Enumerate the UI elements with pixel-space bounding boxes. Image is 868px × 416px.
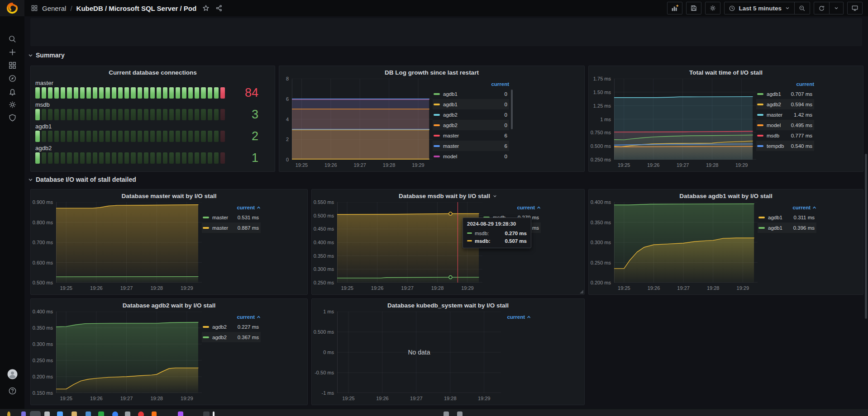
legend-series-value: 0.396 ms	[793, 225, 815, 231]
taskbar-app-icon[interactable]	[21, 411, 26, 416]
legend-item[interactable]: agdb20	[433, 109, 509, 120]
x-axis: 19:2519:2619:2719:2819:29	[614, 284, 758, 292]
legend-scrollbar[interactable]	[511, 90, 513, 129]
legend-item[interactable]: tempdb0.540 ms	[756, 141, 814, 151]
legend-series-value: 0	[505, 102, 507, 107]
gauge-segment	[61, 87, 65, 99]
dashboard-settings-button[interactable]	[705, 2, 720, 14]
taskbar-app-icon[interactable]	[125, 411, 130, 416]
legend-sort-header[interactable]: current	[501, 312, 531, 321]
taskbar-app-icon[interactable]	[112, 411, 118, 416]
legend-item[interactable]: agdb20	[433, 120, 509, 130]
legend-item[interactable]: agdb10.396 ms	[758, 222, 816, 233]
share-icon[interactable]	[215, 5, 223, 12]
panel-title[interactable]: Current database connections	[31, 66, 275, 79]
zoom-out-button[interactable]	[794, 2, 810, 14]
tooltip-rows: msdb:0.270 msmsdb:0.507 ms	[467, 229, 527, 245]
taskbar-app-icon[interactable]	[7, 411, 10, 416]
panel-resize-handle[interactable]	[580, 290, 583, 293]
configuration-gear-icon[interactable]	[0, 98, 24, 111]
add-panel-button[interactable]	[667, 2, 682, 14]
gauge-bar	[35, 87, 225, 99]
time-range-picker[interactable]: Last 5 minutes	[725, 2, 794, 14]
star-icon[interactable]	[202, 5, 210, 12]
create-plus-icon[interactable]	[0, 46, 24, 59]
legend-series-value: 0.777 ms	[791, 133, 812, 138]
taskbar-app-icon[interactable]	[213, 411, 215, 416]
panel-title[interactable]: Database msdb wait by I/O stall	[312, 189, 584, 202]
y-axis-label: 0.300 ms	[33, 341, 53, 347]
cycle-view-mode-button[interactable]	[847, 2, 863, 14]
top-navigation-bar: General / KubeDB / Microsoft SQL Server …	[0, 0, 868, 16]
section-database-io-wait[interactable]: Database I/O wait of stall detailed	[28, 176, 136, 183]
legend-item[interactable]: agdb10.311 ms	[758, 212, 816, 222]
legend-item[interactable]: agdb20.367 ms	[202, 332, 261, 342]
search-icon[interactable]	[0, 33, 24, 46]
panel-title[interactable]: DB Log growth since last restart	[279, 66, 584, 79]
dashboard-title[interactable]: KubeDB / Microsoft SQL Server / Pod	[76, 5, 197, 12]
grafana-logo[interactable]	[0, 0, 24, 16]
taskbar-app-icon[interactable]	[152, 411, 157, 416]
tooltip-series-name: msdb:	[475, 231, 489, 236]
x-axis-label: 19:28	[703, 162, 721, 168]
legend-sort-header[interactable]: current	[202, 203, 261, 212]
legend-item[interactable]: model0.495 ms	[756, 120, 814, 130]
gauge-segment	[93, 131, 97, 142]
panel-menu-caret-icon[interactable]	[492, 194, 497, 199]
legend-item[interactable]: master0.887 ms	[202, 222, 261, 233]
scrollbar-thumb[interactable]	[865, 154, 867, 319]
legend-item[interactable]: msdb0.777 ms	[756, 130, 814, 141]
server-admin-shield-icon[interactable]	[0, 111, 24, 124]
alerting-bell-icon[interactable]	[0, 85, 24, 98]
taskbar-app-icon[interactable]	[30, 411, 41, 416]
tooltip-series-value: 0.270 ms	[505, 231, 527, 236]
panel-title[interactable]: Database master wait by I/O stall	[31, 189, 307, 202]
taskbar-app-icon[interactable]	[138, 411, 144, 416]
panel-title[interactable]: Database kubedb_system wait by I/O stall	[312, 299, 584, 312]
legend-sort-header[interactable]: current	[433, 80, 509, 89]
x-axis-label: 19:25	[338, 285, 356, 291]
legend-item[interactable]: agdb20.227 ms	[202, 321, 261, 332]
chart-body: 0.400 ms0.350 ms0.300 ms0.250 ms0.200 ms…	[592, 202, 859, 292]
legend-item[interactable]: agdb10.707 ms	[756, 89, 814, 99]
legend-item[interactable]: model0	[433, 151, 509, 160]
gauge-segment	[220, 152, 225, 164]
panel-title[interactable]: Database agdb2 wait by I/O stall	[31, 299, 307, 312]
y-axis-label: 0.250 ms	[314, 280, 334, 285]
taskbar-app-icon[interactable]	[457, 411, 463, 416]
legend-item[interactable]: agdb10	[433, 99, 509, 109]
dashboards-icon[interactable]	[0, 59, 24, 72]
section-summary[interactable]: Summary	[28, 52, 65, 59]
breadcrumb-section[interactable]: General	[42, 5, 66, 12]
x-axis-label: 19:28	[704, 285, 722, 291]
taskbar-app-icon[interactable]	[98, 411, 104, 416]
panel-title[interactable]: Database agdb1 wait by I/O stall	[589, 189, 863, 202]
legend-sort-header[interactable]: current	[202, 312, 261, 321]
panel-title[interactable]: Total wait time of I/O stall	[589, 66, 863, 79]
taskbar-app-icon[interactable]	[178, 411, 183, 416]
taskbar-app-icon[interactable]	[72, 411, 77, 416]
save-dashboard-button[interactable]	[686, 2, 701, 14]
legend-sort-header[interactable]: current	[758, 203, 816, 212]
taskbar-app-icon[interactable]	[203, 411, 210, 416]
legend-item[interactable]: agdb10	[433, 89, 509, 99]
page-scrollbar[interactable]	[865, 16, 868, 409]
legend-item[interactable]: master1.42 ms	[756, 109, 814, 120]
taskbar-app-icon[interactable]	[444, 411, 449, 416]
legend-sort-header[interactable]: current	[756, 80, 814, 89]
gauge-segment	[150, 152, 155, 164]
user-avatar[interactable]	[7, 369, 18, 381]
help-icon[interactable]	[8, 387, 17, 397]
x-axis-label: 19:26	[87, 285, 105, 291]
legend-sort-header[interactable]: current	[482, 203, 541, 212]
taskbar-app-icon[interactable]	[86, 411, 91, 416]
legend-item[interactable]: master0.531 ms	[202, 212, 261, 222]
legend-item[interactable]: agdb20.594 ms	[756, 99, 814, 109]
refresh-interval-dropdown[interactable]	[829, 2, 843, 14]
taskbar-app-icon[interactable]	[44, 411, 50, 416]
legend-item[interactable]: master6	[433, 141, 509, 151]
taskbar-app-icon[interactable]	[57, 411, 63, 416]
explore-compass-icon[interactable]	[0, 72, 24, 85]
legend-item[interactable]: master6	[433, 130, 509, 141]
refresh-button[interactable]	[814, 2, 829, 14]
